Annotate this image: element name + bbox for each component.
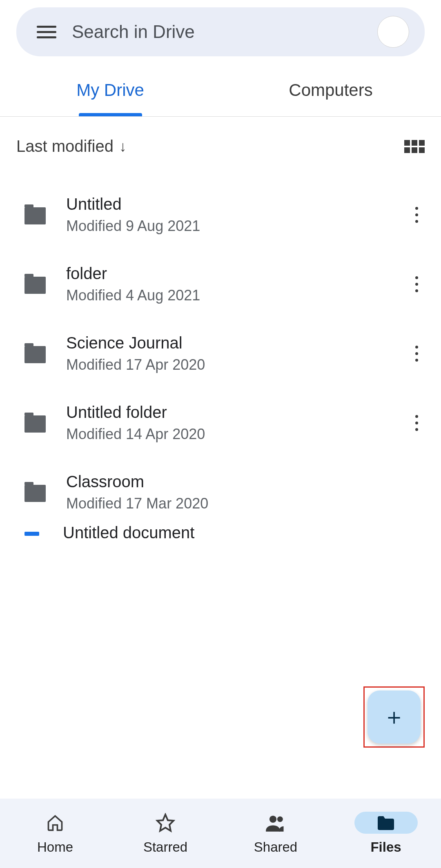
nav-starred[interactable]: Starred (110, 812, 220, 855)
bottom-navigation: Home Starred Shared Files (0, 799, 441, 868)
arrow-down-icon: ↓ (119, 138, 127, 155)
file-name: Classroom (66, 473, 425, 491)
svg-point-1 (270, 816, 276, 823)
tab-label: My Drive (76, 80, 144, 100)
menu-icon[interactable] (37, 22, 56, 42)
account-avatar[interactable] (377, 16, 409, 48)
folder-icon (24, 415, 46, 433)
svg-marker-0 (157, 815, 174, 831)
folder-icon (24, 485, 46, 502)
list-item[interactable]: folder Modified 4 Aug 2021 (0, 249, 441, 319)
file-modified: Modified 9 Aug 2021 (66, 218, 408, 235)
list-item[interactable]: Untitled folder Modified 14 Apr 2020 (0, 388, 441, 457)
file-name: Untitled folder (66, 403, 408, 422)
file-modified: Modified 17 Mar 2020 (66, 495, 425, 512)
list-item[interactable]: Science Journal Modified 17 Apr 2020 (0, 319, 441, 388)
file-name: folder (66, 264, 408, 283)
more-options-icon[interactable] (408, 411, 425, 435)
folder-filled-icon (376, 815, 396, 831)
file-name: Science Journal (66, 334, 408, 352)
drive-tabs: My Drive Computers (0, 64, 441, 117)
search-bar[interactable]: Search in Drive (16, 7, 425, 56)
nav-label: Starred (143, 839, 187, 855)
tab-computers[interactable]: Computers (220, 64, 441, 116)
more-options-icon[interactable] (408, 341, 425, 366)
list-item[interactable]: Classroom Modified 17 Mar 2020 (0, 457, 441, 527)
nav-label: Files (370, 839, 401, 855)
folder-icon (24, 277, 46, 294)
more-options-icon[interactable] (408, 202, 425, 227)
more-options-icon[interactable] (408, 272, 425, 296)
folder-icon (24, 346, 46, 363)
file-modified: Modified 17 Apr 2020 (66, 356, 408, 373)
nav-label: Shared (254, 839, 297, 855)
search-placeholder[interactable]: Search in Drive (72, 22, 377, 42)
people-icon (265, 814, 286, 832)
file-modified: Modified 14 Apr 2020 (66, 426, 408, 443)
home-icon (46, 814, 64, 832)
nav-shared[interactable]: Shared (220, 812, 331, 855)
plus-icon: ＋ (383, 702, 405, 733)
file-name: Untitled document (63, 524, 425, 539)
nav-home[interactable]: Home (0, 812, 110, 855)
sort-button[interactable]: Last modified ↓ (16, 137, 127, 155)
folder-icon (24, 207, 46, 224)
grid-view-icon[interactable] (404, 140, 425, 153)
tab-label: Computers (289, 80, 372, 100)
sort-label: Last modified (16, 137, 114, 155)
sort-row: Last modified ↓ (0, 117, 441, 168)
document-icon (24, 532, 39, 536)
file-modified: Modified 4 Aug 2021 (66, 287, 408, 304)
list-item[interactable]: Untitled document (0, 527, 441, 551)
tab-my-drive[interactable]: My Drive (0, 64, 220, 116)
list-item[interactable]: Untitled Modified 9 Aug 2021 (0, 180, 441, 249)
file-name: Untitled (66, 195, 408, 213)
nav-label: Home (37, 839, 73, 855)
svg-point-2 (277, 816, 283, 822)
add-new-button[interactable]: ＋ (368, 690, 421, 744)
nav-files[interactable]: Files (331, 812, 441, 855)
star-icon (156, 813, 175, 832)
fab-highlight: ＋ (363, 686, 425, 748)
file-list: Untitled Modified 9 Aug 2021 folder Modi… (0, 168, 441, 551)
